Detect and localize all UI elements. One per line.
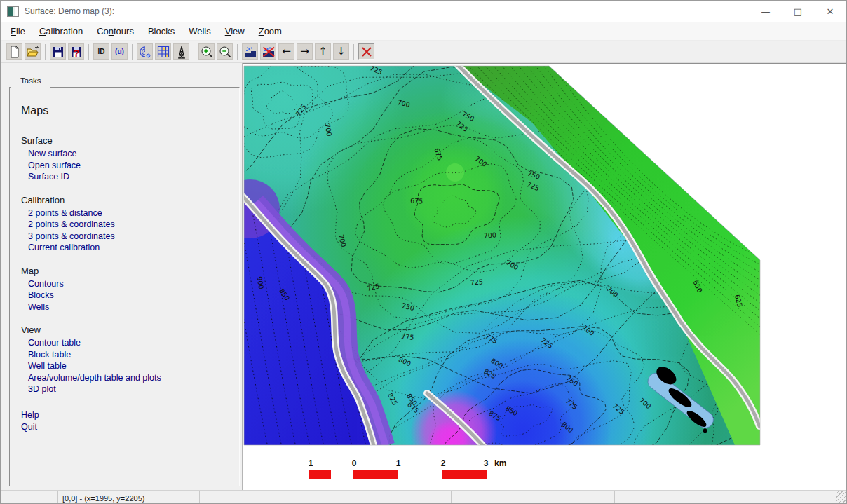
svg-text:?: ? bbox=[73, 48, 79, 59]
sidebar-section-map: MapContoursBlocksWells bbox=[21, 266, 232, 313]
menu-calibration[interactable]: Calibration bbox=[32, 24, 90, 39]
scale-bar: 10123km bbox=[243, 457, 762, 485]
pan-up-button[interactable]: ↑ bbox=[315, 43, 331, 60]
title-bar: Surface: Demo map (3): — □ ✕ bbox=[1, 1, 846, 22]
menu-view[interactable]: View bbox=[218, 24, 252, 39]
status-panel bbox=[200, 491, 452, 504]
sidebar-section-view: ViewContour tableBlock tableWell tableAr… bbox=[21, 325, 232, 395]
sidebar-item-area-volume-depth-table-and-plots[interactable]: Area/volume/depth table and plots bbox=[21, 372, 161, 384]
zoom-in-icon bbox=[200, 45, 214, 59]
sidebar-item-wells[interactable]: Wells bbox=[21, 301, 49, 313]
contour-map-image[interactable]: 7257257007007507256757007507256757007007… bbox=[243, 65, 761, 446]
sidebar-item-current-calibration[interactable]: Current calibration bbox=[21, 242, 100, 254]
sidebar-item-contours[interactable]: Contours bbox=[21, 278, 64, 290]
resize-grip[interactable] bbox=[836, 491, 846, 504]
section-title: View bbox=[21, 325, 232, 335]
main-content: Tasks Maps SurfaceNew surfaceOpen surfac… bbox=[1, 63, 846, 490]
red-x-icon bbox=[360, 45, 374, 59]
flood-icon bbox=[243, 45, 257, 59]
tasks-panel: Maps SurfaceNew surfaceOpen surfaceSurfa… bbox=[9, 87, 240, 486]
status-coordinates: [0,0] - (x=1995, y=2205) bbox=[58, 491, 200, 504]
pan-down-button[interactable]: ↓ bbox=[333, 43, 349, 60]
sidebar-item-open-surface[interactable]: Open surface bbox=[21, 160, 81, 172]
save-button[interactable] bbox=[50, 43, 66, 60]
sidebar-section-calibration: Calibration2 points & distance2 points &… bbox=[21, 195, 232, 254]
derrick-icon bbox=[175, 45, 189, 59]
scale-label: 2 bbox=[441, 458, 446, 468]
pan-left-icon: ← bbox=[282, 46, 291, 57]
zoom-out-button[interactable] bbox=[217, 43, 233, 60]
pan-up-icon: ↑ bbox=[318, 46, 327, 57]
scale-segment bbox=[309, 470, 331, 479]
surface-id-button[interactable]: ID bbox=[93, 43, 109, 60]
pan-right-button[interactable]: → bbox=[297, 43, 313, 60]
close-icon: ✕ bbox=[827, 6, 834, 17]
scale-label: 0 bbox=[352, 458, 357, 468]
window-title: Surface: Demo map (3): bbox=[25, 6, 114, 16]
menu-contours[interactable]: Contours bbox=[90, 24, 141, 39]
sidebar-item-3d-plot[interactable]: 3D plot bbox=[21, 383, 56, 395]
sidebar-item-2-points-coordinates[interactable]: 2 points & coordinates bbox=[21, 219, 115, 231]
maximize-button[interactable]: □ bbox=[782, 1, 814, 22]
save-question-icon: ? bbox=[69, 45, 83, 59]
sidebar-item-2-points-distance[interactable]: 2 points & distance bbox=[21, 207, 102, 219]
map-layers: 7257257007007507256757007507256757007007… bbox=[243, 65, 761, 446]
contour-label: 700 bbox=[483, 231, 496, 240]
menu-bar: FileCalibrationContoursBlocksWellsViewZo… bbox=[1, 22, 846, 41]
sidebar-item-quit[interactable]: Quit bbox=[21, 421, 37, 434]
scale-label: 3 bbox=[484, 458, 489, 468]
units-label: (u) bbox=[115, 48, 124, 55]
open-surface-button[interactable] bbox=[25, 43, 41, 60]
scale-segment bbox=[353, 470, 398, 479]
scale-label: 1 bbox=[396, 458, 401, 468]
surface-id-label: ID bbox=[98, 48, 105, 55]
menu-zoom[interactable]: Zoom bbox=[252, 24, 289, 39]
wells-button[interactable] bbox=[173, 43, 189, 60]
sidebar-footer: HelpQuit bbox=[21, 409, 232, 434]
sidebar-item-3-points-coordinates[interactable]: 3 points & coordinates bbox=[21, 231, 115, 243]
contours-swirl-icon bbox=[138, 45, 152, 59]
sidebar-item-help[interactable]: Help bbox=[21, 409, 39, 422]
close-button[interactable]: ✕ bbox=[814, 1, 846, 22]
sidebar-item-new-surface[interactable]: New surface bbox=[21, 148, 76, 160]
sidebar-item-block-table[interactable]: Block table bbox=[21, 349, 71, 361]
section-title: Calibration bbox=[21, 195, 232, 205]
menu-file[interactable]: File bbox=[4, 24, 32, 39]
contours-button[interactable] bbox=[137, 43, 153, 60]
pan-down-icon: ↓ bbox=[337, 46, 346, 57]
minimize-button[interactable]: — bbox=[750, 1, 782, 22]
save-query-button[interactable]: ? bbox=[68, 43, 84, 60]
flood-off-button[interactable] bbox=[260, 43, 276, 60]
menu-blocks[interactable]: Blocks bbox=[141, 24, 182, 39]
units-button[interactable]: (u) bbox=[111, 43, 128, 60]
scale-label: 1 bbox=[309, 458, 313, 468]
tab-tasks[interactable]: Tasks bbox=[11, 74, 50, 88]
close-map-button[interactable] bbox=[358, 43, 374, 60]
sidebar-item-contour-table[interactable]: Contour table bbox=[21, 337, 81, 349]
sidebar-item-surface-id[interactable]: Surface ID bbox=[21, 171, 69, 183]
section-title: Map bbox=[21, 266, 232, 276]
toolbar-separator bbox=[194, 44, 194, 60]
contour-label: 675 bbox=[410, 197, 423, 205]
minimize-icon: — bbox=[761, 6, 771, 17]
zoom-in-button[interactable] bbox=[198, 43, 215, 60]
toolbar-separator bbox=[88, 44, 89, 60]
scale-label: km bbox=[494, 458, 506, 468]
panel-heading: Maps bbox=[21, 104, 232, 117]
tasks-sidebar: Tasks Maps SurfaceNew surfaceOpen surfac… bbox=[1, 63, 243, 490]
map-canvas[interactable]: 7257257007007507256757007507256757007007… bbox=[243, 63, 846, 490]
sidebar-item-well-table[interactable]: Well table bbox=[21, 360, 67, 372]
menu-wells[interactable]: Wells bbox=[182, 24, 218, 39]
zoom-out-icon bbox=[218, 45, 232, 59]
app-window: Surface: Demo map (3): — □ ✕ FileCalibra… bbox=[0, 0, 847, 504]
scale-segment bbox=[442, 470, 487, 479]
sidebar-section-surface: SurfaceNew surfaceOpen surfaceSurface ID bbox=[21, 135, 232, 183]
sidebar-item-blocks[interactable]: Blocks bbox=[21, 290, 54, 301]
section-title: Surface bbox=[21, 135, 232, 146]
new-surface-button[interactable] bbox=[6, 43, 22, 60]
blocks-button[interactable] bbox=[155, 43, 171, 60]
pan-left-button[interactable]: ← bbox=[278, 43, 294, 60]
open-folder-icon bbox=[26, 45, 40, 59]
toolbar-separator bbox=[237, 44, 238, 60]
flood-button[interactable] bbox=[242, 43, 258, 60]
